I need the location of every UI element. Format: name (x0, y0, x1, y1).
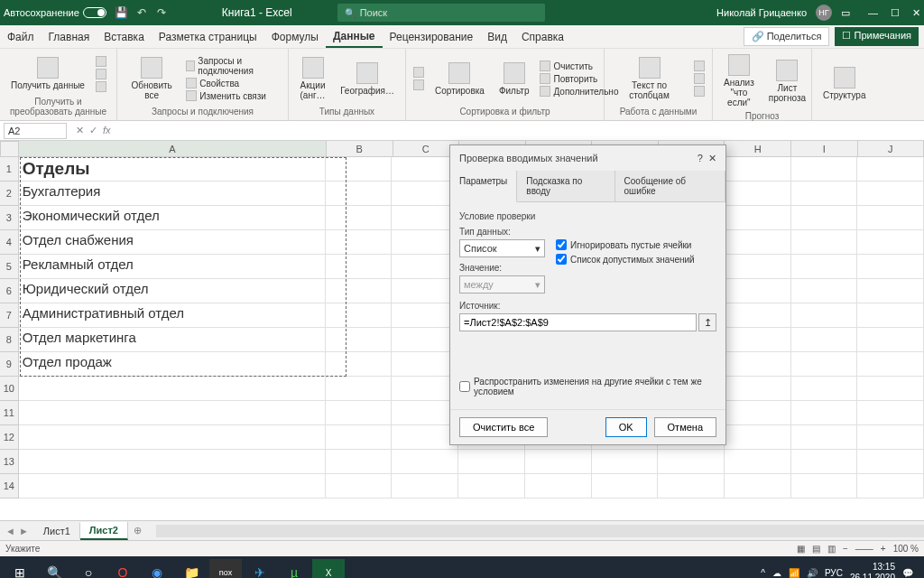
whatif-button[interactable]: Анализ "что если" (720, 52, 758, 109)
select-all[interactable] (0, 141, 19, 157)
maximize-icon[interactable]: ☐ (891, 7, 900, 19)
fx-icon[interactable]: fx (103, 125, 111, 136)
apply-same-checkbox[interactable]: Распространить изменения на другие ячейк… (459, 377, 716, 396)
zoom-in-icon[interactable]: + (881, 544, 886, 554)
confirm-edit-icon[interactable]: ✓ (89, 125, 97, 136)
flash-fill-icon[interactable] (694, 61, 705, 71)
type-select[interactable]: Список▾ (459, 239, 545, 257)
col-header-A[interactable]: A (19, 141, 327, 157)
row-header[interactable]: 9 (0, 352, 19, 377)
notifications-icon[interactable]: 💬 (902, 568, 913, 578)
tab-help[interactable]: Справка (514, 25, 571, 48)
cancel-button[interactable]: Отмена (654, 417, 716, 437)
remove-dupes-icon[interactable] (694, 73, 705, 84)
row-header[interactable]: 3 (0, 206, 19, 230)
row-header[interactable]: 5 (0, 255, 19, 279)
dialog-close-icon[interactable]: ✕ (708, 153, 716, 163)
avatar[interactable]: НГ (816, 5, 832, 21)
row-header[interactable]: 14 (0, 474, 19, 499)
cell-A5[interactable]: Рекламный отдел (19, 255, 326, 279)
prev-sheet-icon[interactable]: ◄ (5, 526, 15, 536)
sort-za-icon[interactable] (413, 79, 424, 90)
tab-data[interactable]: Данные (326, 25, 383, 48)
dialog-tab-params[interactable]: Параметры (450, 171, 517, 202)
tab-formulas[interactable]: Формулы (264, 25, 326, 48)
zoom-level[interactable]: 100 % (893, 544, 919, 554)
properties[interactable]: Свойства (186, 78, 281, 89)
cell-A6[interactable]: Юридический отдел (19, 279, 326, 303)
sort-az-icon[interactable] (413, 67, 424, 78)
row-header[interactable]: 4 (0, 230, 19, 255)
add-sheet-icon[interactable]: ⊕ (128, 525, 147, 536)
nox-icon[interactable]: nox (209, 559, 242, 578)
redo-icon[interactable]: ↷ (155, 6, 168, 19)
row-header[interactable]: 1 (0, 157, 19, 182)
clear-all-button[interactable]: Очистить все (459, 417, 548, 437)
ribbon-display-icon[interactable]: ▭ (841, 7, 850, 19)
edge-icon[interactable]: ◉ (141, 559, 173, 578)
stocks-button[interactable]: Акции (анг… (296, 55, 329, 102)
cell-A2[interactable]: Бухгалтерия (19, 182, 326, 206)
onedrive-icon[interactable]: ☁ (772, 568, 781, 578)
cortana-icon[interactable]: ○ (72, 559, 105, 578)
tab-layout[interactable]: Разметка страницы (152, 25, 264, 48)
wifi-icon[interactable]: 📶 (789, 568, 799, 578)
forecast-button[interactable]: Лист прогноза (765, 58, 809, 105)
dialog-tab-error[interactable]: Сообщение об ошибке (615, 171, 725, 201)
row-header[interactable]: 10 (0, 377, 19, 401)
utorrent-icon[interactable]: µ (278, 559, 310, 578)
tab-review[interactable]: Рецензирование (383, 25, 481, 48)
view-normal-icon[interactable]: ▦ (797, 544, 805, 554)
tab-home[interactable]: Главная (42, 25, 97, 48)
clock[interactable]: 13:15 26.11.2020 (850, 562, 895, 578)
autosave-toggle[interactable]: Автосохранение (4, 7, 106, 18)
in-cell-dropdown-checkbox[interactable]: Список допустимых значений (556, 254, 695, 265)
queries-connections[interactable]: Запросы и подключения (186, 56, 281, 76)
start-icon[interactable]: ⊞ (4, 559, 36, 578)
sheet-tab-2[interactable]: Лист2 (80, 522, 128, 540)
col-header-J[interactable]: J (858, 141, 925, 157)
close-icon[interactable]: ✕ (912, 7, 920, 19)
volume-icon[interactable]: 🔊 (807, 568, 818, 578)
name-box[interactable]: A2 (4, 123, 67, 139)
row-header[interactable]: 13 (0, 450, 19, 474)
range-picker-icon[interactable]: ↥ (698, 313, 716, 331)
horizontal-scrollbar[interactable] (156, 525, 924, 537)
col-header-B[interactable]: B (327, 141, 393, 157)
tab-insert[interactable]: Вставка (97, 25, 152, 48)
explorer-icon[interactable]: 📁 (175, 559, 208, 578)
data-validation-icon[interactable] (694, 86, 705, 97)
edit-links[interactable]: Изменить связи (186, 90, 281, 101)
refresh-all-button[interactable]: Обновить все (125, 55, 179, 102)
zoom-out-icon[interactable]: − (843, 544, 848, 554)
sheet-tab-1[interactable]: Лист1 (34, 523, 80, 539)
save-icon[interactable]: 💾 (116, 6, 128, 19)
help-icon[interactable]: ? (698, 153, 703, 163)
row-header[interactable]: 12 (0, 425, 19, 450)
cell-A7[interactable]: Административный отдел (19, 303, 326, 328)
get-data-button[interactable]: Получить данные (7, 55, 88, 92)
filter-button[interactable]: Фильтр (495, 61, 533, 98)
view-break-icon[interactable]: ▥ (827, 544, 836, 554)
text-to-columns-button[interactable]: Текст по столбцам (612, 55, 687, 102)
search-taskbar-icon[interactable]: 🔍 (38, 559, 70, 578)
undo-icon[interactable]: ↶ (135, 6, 148, 19)
comments-button[interactable]: ☐ Примечания (835, 27, 919, 46)
search-box[interactable]: Поиск (337, 4, 545, 22)
row-header[interactable]: 6 (0, 279, 19, 303)
from-table-icon[interactable] (96, 81, 106, 92)
minimize-icon[interactable]: — (868, 7, 878, 19)
cell-A3[interactable]: Экономический отдел (19, 206, 326, 230)
sort-button[interactable]: Сортировка (431, 61, 488, 98)
telegram-icon[interactable]: ✈ (244, 559, 276, 578)
from-web-icon[interactable] (96, 69, 106, 79)
source-input[interactable] (459, 313, 697, 331)
row-header[interactable]: 2 (0, 182, 19, 206)
row-header[interactable]: 7 (0, 303, 19, 328)
geography-button[interactable]: География… (337, 61, 398, 98)
cell-A8[interactable]: Отдел маркетинга (19, 328, 326, 352)
col-header-I[interactable]: I (791, 141, 858, 157)
from-text-icon[interactable] (96, 56, 106, 67)
cancel-edit-icon[interactable]: ✕ (76, 125, 84, 136)
cell-A4[interactable]: Отдел снабжения (19, 230, 326, 255)
